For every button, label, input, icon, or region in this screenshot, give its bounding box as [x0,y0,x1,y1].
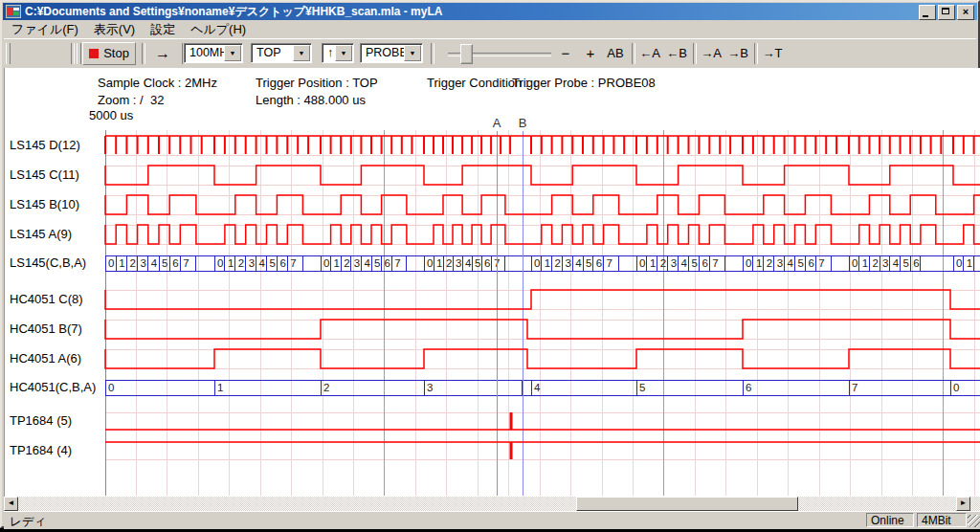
zoom-out-button[interactable]: − [555,42,576,65]
trigger-probe-select[interactable]: PROBE00 ▼ [360,43,423,63]
minimize-icon [923,15,928,17]
channel-label: LS145 B(10) [10,197,103,211]
title-bar[interactable]: C:¥Documents and Settings¥noname¥デスクトップ¥… [3,3,977,20]
ab-range-button[interactable]: AB [603,42,628,65]
app-icon [6,5,21,18]
channel-label: LS145 A(9) [10,227,103,241]
stop-icon [89,49,99,58]
channel-label: HC4051 B(7) [10,321,103,336]
horizontal-scrollbar[interactable]: ◄ ► [4,497,980,511]
run-button[interactable]: → [147,42,178,65]
length-info: Length : 488.000 us [256,93,366,107]
chevron-down-icon[interactable]: ▼ [335,45,352,61]
goto-trigger-button[interactable]: →T [760,42,785,65]
waveform-area[interactable] [4,68,980,497]
status-online-badge: Online [866,513,914,527]
trigger-position-info: Trigger Position : TOP [256,76,378,90]
menu-item-0[interactable]: ファイル(F) [4,20,86,39]
toolbar-separator [431,43,434,64]
zoom-info: Zoom : / 32 [98,93,164,107]
channel-label: LS145(C,B,A) [10,255,103,270]
trigger-position-select[interactable]: TOP ▼ [251,43,312,63]
timebase-label: 5000 us [89,108,133,122]
minimize-button[interactable] [919,5,936,20]
menu-item-3[interactable]: ヘルプ(H) [183,20,254,39]
stop-label: Stop [103,43,129,64]
sample-rate-select[interactable]: 100MHz ▼ [184,43,243,63]
chevron-down-icon[interactable]: ▼ [224,45,241,61]
status-ready-text: レディ [10,514,46,530]
maximize-button[interactable] [938,5,955,20]
channel-label: HC4051 A(6) [10,351,103,366]
scroll-left-button[interactable]: ◄ [4,497,18,511]
maximize-icon [942,8,949,14]
goto-cursor-a-button[interactable]: ←A [637,42,662,65]
channel-label: LS145 D(12) [10,138,103,152]
trigger-probe-info: Trigger Probe : PROBE08 [512,76,656,90]
stop-button[interactable]: Stop [82,42,136,65]
status-memory-badge: 4MBit [917,513,967,527]
zoom-in-button[interactable]: + [580,42,601,65]
scrollbar-thumb[interactable] [576,497,798,511]
channel-label: HC4051 C(8) [10,292,103,306]
goto-cursor-b-button[interactable]: ←B [664,42,689,65]
trigger-position-value: TOP [256,46,280,59]
sample-clock-info: Sample Clock : 2MHz [98,76,217,90]
set-cursor-a-button[interactable]: →A [699,42,724,65]
close-button[interactable]: × [957,5,974,20]
toolbar-separator [71,43,75,64]
toolbar-grip[interactable] [77,43,81,64]
chevron-down-icon[interactable]: ▼ [404,45,421,61]
window-title: C:¥Documents and Settings¥noname¥デスクトップ¥… [25,4,442,20]
toolbar-separator [754,43,758,64]
toolbar-separator [693,43,697,64]
toolbar-separator [632,43,635,64]
status-bar: レディ Online 4MBit [4,511,980,529]
menu-item-1[interactable]: 表示(V) [86,20,143,39]
trigger-edge-select[interactable]: ↑ ▼ [322,43,354,63]
toolbar-grip[interactable] [6,43,11,64]
set-cursor-b-button[interactable]: →B [725,42,750,65]
trigger-edge-value: ↑ [327,46,333,59]
channel-label: LS145 C(11) [10,167,103,182]
menu-item-2[interactable]: 設定 [143,20,183,39]
open-file-button[interactable] [15,42,40,65]
channel-label: TP1684 (5) [10,413,103,428]
toolbar: Stop → 100MHz ▼ TOP ▼ ↑ ▼ PROBE00 ▼ − + … [4,38,976,68]
scroll-right-button[interactable]: ► [956,497,970,511]
toolbar-separator [142,43,145,64]
menu-bar: ファイル(F)表示(V)設定ヘルプ(H) [4,21,976,38]
chevron-down-icon[interactable]: ▼ [293,45,310,61]
resize-grip[interactable] [968,515,980,527]
channel-label: TP1684 (4) [10,443,103,457]
zoom-slider-handle[interactable] [460,44,473,64]
channel-label: HC4051(C,B,A) [10,380,103,394]
app-window: C:¥Documents and Settings¥noname¥デスクトップ¥… [0,0,980,528]
save-file-button[interactable] [42,42,67,65]
